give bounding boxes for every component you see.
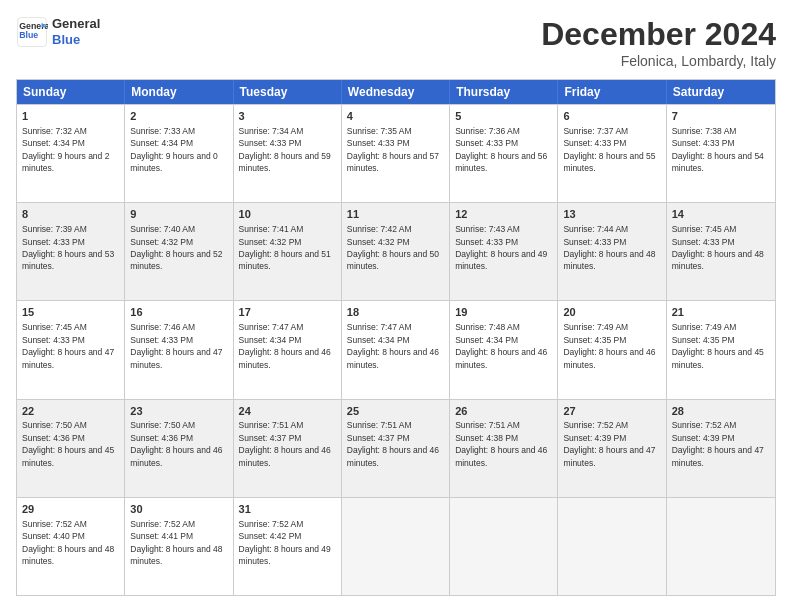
day-number: 25 <box>347 404 444 419</box>
day-cell-26: 26 Sunrise: 7:51 AM Sunset: 4:38 PM Dayl… <box>450 400 558 497</box>
daylight-text: Daylight: 8 hours and 50 minutes. <box>347 249 439 271</box>
sunset-text: Sunset: 4:39 PM <box>563 433 626 443</box>
day-cell-12: 12 Sunrise: 7:43 AM Sunset: 4:33 PM Dayl… <box>450 203 558 300</box>
sunset-text: Sunset: 4:34 PM <box>239 335 302 345</box>
day-number: 11 <box>347 207 444 222</box>
day-cell-21: 21 Sunrise: 7:49 AM Sunset: 4:35 PM Dayl… <box>667 301 775 398</box>
daylight-text: Daylight: 8 hours and 45 minutes. <box>22 445 114 467</box>
calendar-page: General Blue General Blue December 2024 … <box>0 0 792 612</box>
sunrise-text: Sunrise: 7:51 AM <box>347 420 412 430</box>
sunset-text: Sunset: 4:33 PM <box>455 237 518 247</box>
sunrise-text: Sunrise: 7:40 AM <box>130 224 195 234</box>
day-number: 1 <box>22 109 119 124</box>
day-number: 15 <box>22 305 119 320</box>
day-number: 16 <box>130 305 227 320</box>
day-number: 18 <box>347 305 444 320</box>
sunset-text: Sunset: 4:42 PM <box>239 531 302 541</box>
day-cell-18: 18 Sunrise: 7:47 AM Sunset: 4:34 PM Dayl… <box>342 301 450 398</box>
sunrise-text: Sunrise: 7:39 AM <box>22 224 87 234</box>
sunset-text: Sunset: 4:39 PM <box>672 433 735 443</box>
day-cell-1: 1 Sunrise: 7:32 AM Sunset: 4:34 PM Dayli… <box>17 105 125 202</box>
day-number: 31 <box>239 502 336 517</box>
sunset-text: Sunset: 4:32 PM <box>130 237 193 247</box>
sunrise-text: Sunrise: 7:43 AM <box>455 224 520 234</box>
day-number: 24 <box>239 404 336 419</box>
week-row-5: 29 Sunrise: 7:52 AM Sunset: 4:40 PM Dayl… <box>17 497 775 595</box>
daylight-text: Daylight: 8 hours and 48 minutes. <box>672 249 764 271</box>
sunrise-text: Sunrise: 7:45 AM <box>22 322 87 332</box>
sunset-text: Sunset: 4:33 PM <box>347 138 410 148</box>
daylight-text: Daylight: 8 hours and 46 minutes. <box>239 445 331 467</box>
svg-text:Blue: Blue <box>19 30 38 40</box>
day-cell-13: 13 Sunrise: 7:44 AM Sunset: 4:33 PM Dayl… <box>558 203 666 300</box>
daylight-text: Daylight: 8 hours and 56 minutes. <box>455 151 547 173</box>
day-cell-5: 5 Sunrise: 7:36 AM Sunset: 4:33 PM Dayli… <box>450 105 558 202</box>
sunset-text: Sunset: 4:33 PM <box>22 237 85 247</box>
sunset-text: Sunset: 4:34 PM <box>455 335 518 345</box>
sunrise-text: Sunrise: 7:48 AM <box>455 322 520 332</box>
sunset-text: Sunset: 4:37 PM <box>347 433 410 443</box>
day-cell-10: 10 Sunrise: 7:41 AM Sunset: 4:32 PM Dayl… <box>234 203 342 300</box>
sunrise-text: Sunrise: 7:51 AM <box>239 420 304 430</box>
day-number: 20 <box>563 305 660 320</box>
empty-cell-w5-d4 <box>450 498 558 595</box>
daylight-text: Daylight: 8 hours and 46 minutes. <box>455 445 547 467</box>
sunrise-text: Sunrise: 7:47 AM <box>239 322 304 332</box>
sunrise-text: Sunrise: 7:36 AM <box>455 126 520 136</box>
sunrise-text: Sunrise: 7:52 AM <box>22 519 87 529</box>
sunset-text: Sunset: 4:34 PM <box>22 138 85 148</box>
sunset-text: Sunset: 4:33 PM <box>672 138 735 148</box>
daylight-text: Daylight: 8 hours and 46 minutes. <box>130 445 222 467</box>
day-cell-31: 31 Sunrise: 7:52 AM Sunset: 4:42 PM Dayl… <box>234 498 342 595</box>
sunset-text: Sunset: 4:33 PM <box>563 237 626 247</box>
week-row-1: 1 Sunrise: 7:32 AM Sunset: 4:34 PM Dayli… <box>17 104 775 202</box>
day-cell-24: 24 Sunrise: 7:51 AM Sunset: 4:37 PM Dayl… <box>234 400 342 497</box>
daylight-text: Daylight: 8 hours and 55 minutes. <box>563 151 655 173</box>
daylight-text: Daylight: 8 hours and 46 minutes. <box>563 347 655 369</box>
calendar-subtitle: Felonica, Lombardy, Italy <box>541 53 776 69</box>
day-number: 6 <box>563 109 660 124</box>
sunset-text: Sunset: 4:33 PM <box>563 138 626 148</box>
sunrise-text: Sunrise: 7:49 AM <box>672 322 737 332</box>
header-sunday: Sunday <box>17 80 125 104</box>
logo-text-block: General Blue <box>52 16 100 47</box>
sunset-text: Sunset: 4:35 PM <box>672 335 735 345</box>
header: General Blue General Blue December 2024 … <box>16 16 776 69</box>
sunset-text: Sunset: 4:32 PM <box>239 237 302 247</box>
day-number: 12 <box>455 207 552 222</box>
sunset-text: Sunset: 4:36 PM <box>22 433 85 443</box>
header-wednesday: Wednesday <box>342 80 450 104</box>
day-cell-2: 2 Sunrise: 7:33 AM Sunset: 4:34 PM Dayli… <box>125 105 233 202</box>
daylight-text: Daylight: 8 hours and 57 minutes. <box>347 151 439 173</box>
daylight-text: Daylight: 8 hours and 53 minutes. <box>22 249 114 271</box>
day-number: 23 <box>130 404 227 419</box>
sunrise-text: Sunrise: 7:52 AM <box>672 420 737 430</box>
sunrise-text: Sunrise: 7:52 AM <box>130 519 195 529</box>
sunset-text: Sunset: 4:33 PM <box>22 335 85 345</box>
day-cell-29: 29 Sunrise: 7:52 AM Sunset: 4:40 PM Dayl… <box>17 498 125 595</box>
day-cell-27: 27 Sunrise: 7:52 AM Sunset: 4:39 PM Dayl… <box>558 400 666 497</box>
sunrise-text: Sunrise: 7:33 AM <box>130 126 195 136</box>
daylight-text: Daylight: 9 hours and 2 minutes. <box>22 151 109 173</box>
sunrise-text: Sunrise: 7:44 AM <box>563 224 628 234</box>
day-number: 21 <box>672 305 770 320</box>
sunset-text: Sunset: 4:40 PM <box>22 531 85 541</box>
day-cell-22: 22 Sunrise: 7:50 AM Sunset: 4:36 PM Dayl… <box>17 400 125 497</box>
week-row-4: 22 Sunrise: 7:50 AM Sunset: 4:36 PM Dayl… <box>17 399 775 497</box>
sunrise-text: Sunrise: 7:37 AM <box>563 126 628 136</box>
sunset-text: Sunset: 4:37 PM <box>239 433 302 443</box>
sunset-text: Sunset: 4:34 PM <box>130 138 193 148</box>
daylight-text: Daylight: 8 hours and 48 minutes. <box>22 544 114 566</box>
sunrise-text: Sunrise: 7:52 AM <box>563 420 628 430</box>
day-cell-15: 15 Sunrise: 7:45 AM Sunset: 4:33 PM Dayl… <box>17 301 125 398</box>
sunset-text: Sunset: 4:38 PM <box>455 433 518 443</box>
sunrise-text: Sunrise: 7:51 AM <box>455 420 520 430</box>
day-number: 17 <box>239 305 336 320</box>
sunrise-text: Sunrise: 7:34 AM <box>239 126 304 136</box>
calendar-grid: SundayMondayTuesdayWednesdayThursdayFrid… <box>16 79 776 596</box>
day-cell-3: 3 Sunrise: 7:34 AM Sunset: 4:33 PM Dayli… <box>234 105 342 202</box>
day-cell-6: 6 Sunrise: 7:37 AM Sunset: 4:33 PM Dayli… <box>558 105 666 202</box>
sunrise-text: Sunrise: 7:38 AM <box>672 126 737 136</box>
daylight-text: Daylight: 8 hours and 48 minutes. <box>130 544 222 566</box>
logo-icon: General Blue <box>16 16 48 48</box>
